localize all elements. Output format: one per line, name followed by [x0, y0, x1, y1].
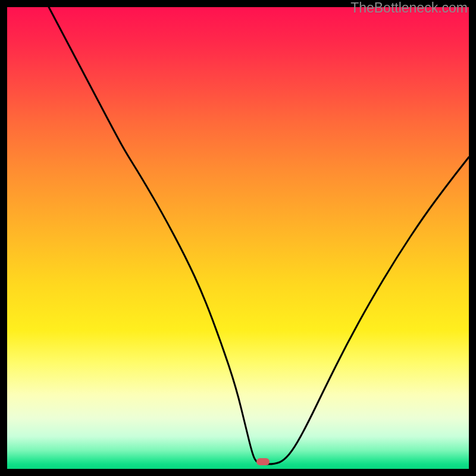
plot-area — [7, 7, 469, 469]
chart-container: TheBottleneck.com — [0, 0, 476, 476]
bottleneck-curve — [7, 7, 469, 469]
watermark-text: TheBottleneck.com — [350, 0, 468, 16]
optimum-marker — [256, 458, 270, 465]
